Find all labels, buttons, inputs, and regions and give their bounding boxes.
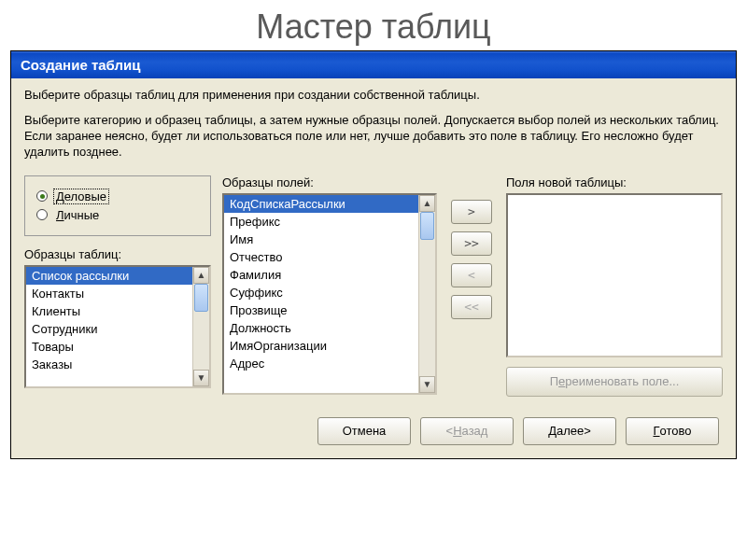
window-title-bar: Создание таблиц [11,51,736,78]
remove-field-button[interactable]: < [451,263,492,287]
tables-listbox[interactable]: Список рассылкиКонтактыКлиентыСотрудники… [24,265,211,388]
scroll-down-icon[interactable]: ▼ [193,370,209,386]
radio-business[interactable]: Деловые [36,189,199,204]
radio-personal[interactable]: Личные [36,207,199,223]
add-field-button[interactable]: > [451,200,492,224]
dialog-body: Выберите образцы таблиц для применения п… [11,78,736,458]
intro-text-1: Выберите образцы таблиц для применения п… [24,88,723,104]
list-item[interactable]: Сотрудники [26,320,192,338]
list-item[interactable]: Прозвище [224,301,418,319]
radio-personal-label: Личные [53,207,102,223]
back-button: < Назад [420,417,514,445]
new-fields-label: Поля новой таблицы: [506,175,723,189]
add-all-fields-button[interactable]: >> [451,231,492,256]
scroll-down-icon[interactable]: ▼ [419,376,435,393]
rename-field-button: Переименовать поле... [506,367,723,397]
list-item[interactable]: Имя [224,231,418,248]
intro-text-2: Выберите категорию и образец таблицы, а … [24,113,723,161]
list-item[interactable]: Заказы [26,356,192,373]
window-title: Создание таблиц [21,57,140,73]
scrollbar[interactable]: ▲ ▼ [192,267,209,386]
list-item[interactable]: Контакты [26,285,192,302]
fields-listbox[interactable]: КодСпискаРассылкиПрефиксИмяОтчествоФамил… [222,193,437,395]
cancel-button[interactable]: Отмена [317,417,411,445]
remove-all-fields-button[interactable]: << [451,295,492,319]
scroll-up-icon[interactable]: ▲ [193,267,209,284]
list-item[interactable]: Товары [26,338,192,356]
radio-icon [36,190,48,202]
list-item[interactable]: Клиенты [26,302,192,320]
list-item[interactable]: Фамилия [224,266,418,284]
list-item[interactable]: Список рассылки [26,267,192,285]
finish-button[interactable]: Готово [626,417,719,445]
scroll-thumb[interactable] [194,284,208,312]
rename-button-label: Переименовать поле... [550,374,680,388]
list-item[interactable]: Префикс [224,213,418,231]
list-item[interactable]: Адрес [224,355,418,372]
radio-business-label: Деловые [53,189,109,204]
scroll-up-icon[interactable]: ▲ [419,195,435,212]
new-fields-listbox[interactable] [506,193,723,357]
category-groupbox: Деловые Личные [24,175,211,236]
tables-label: Образцы таблиц: [24,247,211,261]
slide-title: Мастер таблиц [0,0,747,50]
list-item[interactable]: Суффикс [224,284,418,301]
next-button[interactable]: Далее > [523,417,616,445]
scrollbar[interactable]: ▲ ▼ [418,195,435,393]
list-item[interactable]: Должность [224,319,418,337]
wizard-dialog: Создание таблиц Выберите образцы таблиц … [10,50,737,459]
scroll-thumb[interactable] [420,212,434,240]
radio-icon [36,209,48,220]
list-item[interactable]: КодСпискаРассылки [224,195,418,213]
list-item[interactable]: Отчество [224,248,418,266]
fields-label: Образцы полей: [222,175,437,189]
list-item[interactable]: ИмяОрганизации [224,337,418,355]
